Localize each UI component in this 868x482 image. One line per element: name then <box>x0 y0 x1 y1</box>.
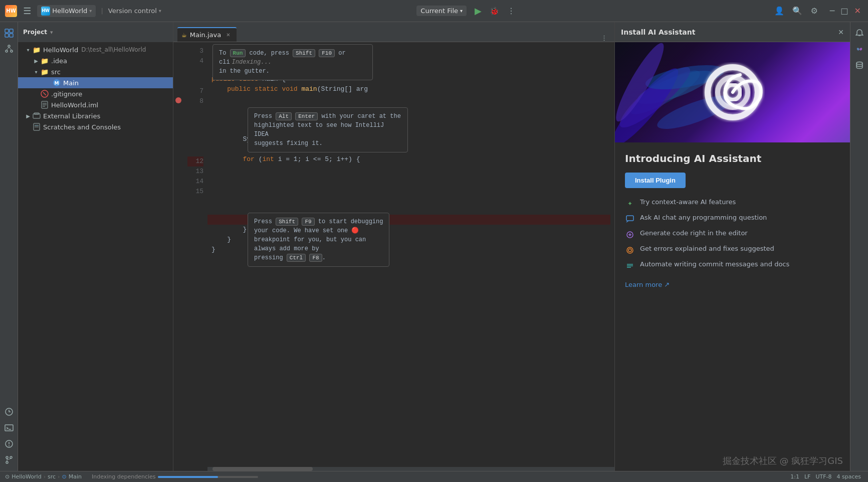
vcs-selector[interactable]: Version control ▾ <box>108 7 161 15</box>
status-bar: ⊙ HelloWorld › src › ⊙ Main Indexing dep… <box>0 471 868 482</box>
ai-panel: Install AI Assistant ✕ <box>614 22 850 471</box>
tree-label-scratches: Scratches and Consoles <box>43 123 121 131</box>
sidebar-tree: ▾ 📁 HelloWorld D:\test_all\HelloWorld ▶ … <box>18 42 173 471</box>
project-tool-btn[interactable] <box>2 26 16 40</box>
feature-icon-1: ✦ <box>625 199 635 209</box>
tree-item-extlibs[interactable]: ▶ External Libraries <box>18 110 173 121</box>
tree-label-extlibs: External Libraries <box>43 112 100 120</box>
feature-text-2: Ask AI chat any programming question <box>640 214 767 221</box>
more-actions-button[interactable]: ⋮ <box>505 4 517 18</box>
tree-item-iml[interactable]: HelloWorld.iml <box>18 99 173 110</box>
folder-icon: 📁 <box>32 46 41 54</box>
feature-item-3: Generate code right in the editor <box>625 229 840 240</box>
sidebar-dropdown-icon: ▾ <box>50 29 53 36</box>
status-main-icon: ⊙ <box>62 473 67 480</box>
project-selector[interactable]: HW HelloWorld ▾ <box>37 5 96 17</box>
tree-arrow-scratches <box>24 123 32 131</box>
svg-rect-0 <box>5 29 9 33</box>
status-sep-2: › <box>58 473 60 480</box>
status-main[interactable]: Main <box>69 473 82 480</box>
tree-path-helloworld: D:\test_all\HelloWorld <box>81 46 146 53</box>
svg-point-15 <box>6 456 8 458</box>
indent-settings[interactable]: 4 spaces <box>835 473 863 480</box>
hamburger-menu-icon[interactable]: ☰ <box>21 4 33 18</box>
code-editor: 3 4 7 8 12 13 14 15 To Run code, press S… <box>173 42 614 471</box>
close-button[interactable]: ✕ <box>852 4 863 18</box>
tree-arrow-gitignore <box>32 90 40 98</box>
run-button[interactable]: ▶ <box>473 4 484 18</box>
minimize-button[interactable]: ─ <box>828 4 837 18</box>
terminal-btn[interactable] <box>2 421 16 435</box>
svg-text:M: M <box>55 81 59 86</box>
window-controls: ─ □ ✕ <box>828 4 863 18</box>
title-separator: | <box>100 7 104 15</box>
tab-main-java[interactable]: ☕ Main.java ✕ <box>177 27 237 42</box>
settings-button[interactable]: ⚙ <box>808 4 819 18</box>
line-separator[interactable]: LF <box>802 473 812 480</box>
current-file-dropdown-icon: ▾ <box>460 8 463 14</box>
ai-panel-close-icon[interactable]: ✕ <box>838 28 844 36</box>
tab-more-button[interactable]: ⋮ <box>598 34 610 42</box>
svg-rect-38 <box>626 216 633 221</box>
feature-item-5: Automate writing commit messages and doc… <box>625 260 840 271</box>
tree-label-helloworld: HelloWorld <box>43 46 78 54</box>
java-class-icon: M <box>52 79 61 87</box>
ai-icon-btn[interactable] <box>852 42 866 56</box>
tree-item-helloworld[interactable]: ▾ 📁 HelloWorld D:\test_all\HelloWorld <box>18 44 173 55</box>
cursor-position[interactable]: 1:1 <box>788 473 801 480</box>
tree-item-gitignore[interactable]: .gitignore <box>18 88 173 99</box>
learn-more-link[interactable]: Learn more ↗ <box>625 281 670 288</box>
indent-label: 4 spaces <box>837 473 861 480</box>
feature-text-1: Try context-aware AI features <box>640 198 736 206</box>
project-icon: HW <box>41 7 50 16</box>
ai-panel-header: Install AI Assistant ✕ <box>615 22 850 42</box>
right-toolbar <box>850 22 868 471</box>
left-toolbar <box>0 22 18 471</box>
tree-label-gitignore: .gitignore <box>51 90 82 98</box>
encoding[interactable]: UTF-8 <box>813 473 833 480</box>
code-content[interactable]: To Run code, press Shift F10 or cliIndex… <box>207 42 614 471</box>
status-project-name[interactable]: HelloWorld <box>12 473 41 480</box>
feature-text-5: Automate writing commit messages and doc… <box>640 260 789 268</box>
problems-btn[interactable] <box>2 437 16 451</box>
tree-label-main: Main <box>63 79 79 87</box>
svg-point-4 <box>8 45 10 47</box>
code-line-9: for (int i = 1; i <= 5; i++) { <box>211 154 614 165</box>
ai-banner <box>615 42 850 142</box>
status-src[interactable]: src <box>48 473 56 480</box>
current-file-label: Current File <box>420 7 458 15</box>
vcs-label: Version control <box>108 7 157 15</box>
notifications-btn[interactable] <box>852 26 866 40</box>
profile-button[interactable]: 👤 <box>772 4 786 18</box>
svg-point-16 <box>10 456 12 458</box>
svg-point-43 <box>627 247 633 253</box>
debug-button[interactable]: 🐞 <box>488 5 501 18</box>
tree-item-scratches[interactable]: Scratches and Consoles <box>18 121 173 132</box>
tab-close-button[interactable]: ✕ <box>226 32 230 38</box>
h-scrollbar[interactable] <box>207 467 614 471</box>
maximize-button[interactable]: □ <box>838 4 850 18</box>
current-file-button[interactable]: Current File ▾ <box>416 6 467 16</box>
tree-arrow-helloworld: ▾ <box>24 46 32 54</box>
structure-tool-btn[interactable] <box>2 42 16 56</box>
ai-panel-title: Install AI Assistant <box>621 28 695 36</box>
ai-section-title: Introducing AI Assistant <box>625 152 840 165</box>
database-btn[interactable] <box>852 58 866 72</box>
scratches-icon <box>32 123 41 131</box>
git-btn[interactable] <box>2 453 16 467</box>
ai-content: Introducing AI Assistant Install Plugin … <box>615 142 850 471</box>
tree-item-idea[interactable]: ▶ 📁 .idea <box>18 55 173 66</box>
search-button[interactable]: 🔍 <box>790 4 804 18</box>
ai-spiral-logo <box>693 52 773 132</box>
breakpoint-marker <box>175 97 181 103</box>
sidebar-header: Project ▾ <box>18 22 173 42</box>
feature-list: ✦ Try context-aware AI features Ask AI c… <box>625 198 840 271</box>
status-left: ⊙ HelloWorld › src › ⊙ Main Indexing dep… <box>5 473 784 480</box>
tree-item-src[interactable]: ▾ 📁 src <box>18 66 173 77</box>
plugins-btn[interactable] <box>2 405 16 419</box>
tree-item-main[interactable]: M Main <box>18 77 173 88</box>
feature-item-2: Ask AI chat any programming question <box>625 214 840 224</box>
svg-point-49 <box>856 62 862 65</box>
install-plugin-button[interactable]: Install Plugin <box>625 173 686 188</box>
status-project-icon: ⊙ <box>5 473 10 480</box>
